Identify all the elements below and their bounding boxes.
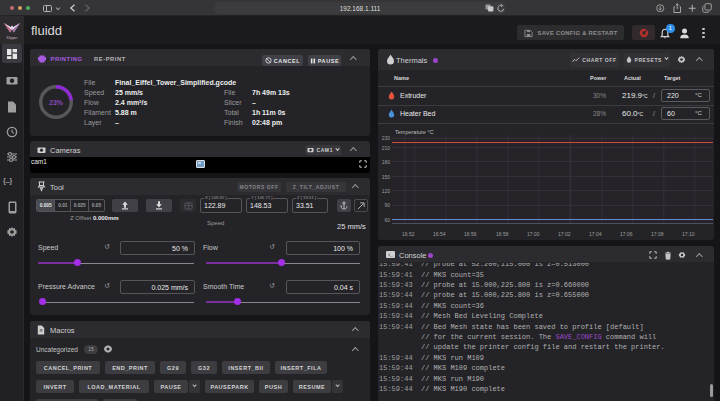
svg-text:23%: 23% [49, 99, 64, 106]
svg-text:Klipper: Klipper [7, 36, 19, 40]
svg-text:⚙: ⚙ [39, 328, 43, 333]
